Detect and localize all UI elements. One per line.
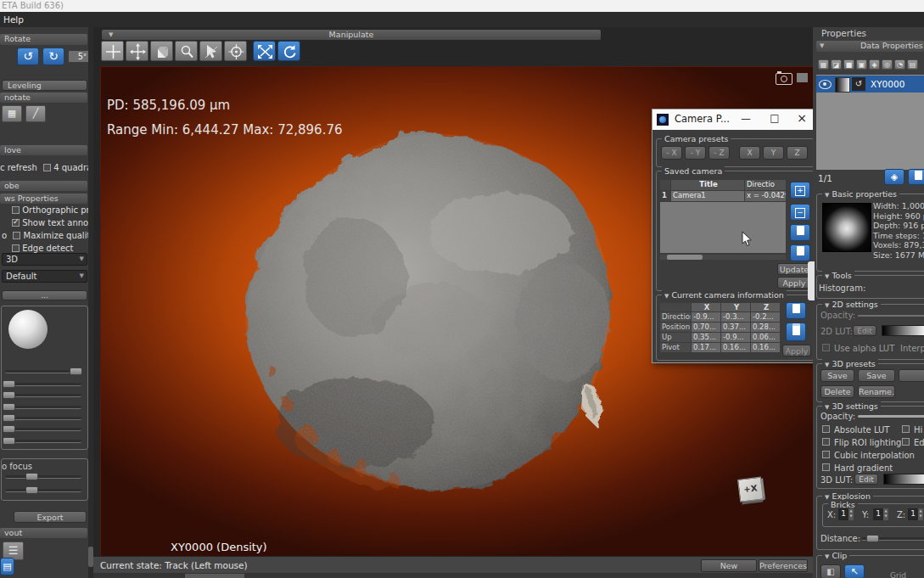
collapse-triangle-icon[interactable]: ▼ <box>825 404 829 411</box>
maximize-quality-checkbox[interactable] <box>13 232 20 239</box>
edit-icon[interactable]: ◪ <box>831 59 842 70</box>
import-cameras-button[interactable] <box>790 244 810 261</box>
preset-minus-z-button[interactable]: - Z <box>708 146 730 160</box>
probe-section-header[interactable]: obe <box>0 181 87 191</box>
maximize-viewport-icon[interactable] <box>797 73 808 82</box>
diamond-icon[interactable]: ◈ <box>869 59 880 70</box>
edge-detect-checkbox[interactable] <box>12 244 20 252</box>
focus-slider-track[interactable] <box>5 489 81 492</box>
bricks-z-stepper[interactable]: ▲▼ <box>918 508 923 520</box>
horizontal-scrollbar[interactable] <box>660 255 786 260</box>
delete-preset-button[interactable]: Delete <box>820 385 854 398</box>
clip-reset-button[interactable]: ↖ <box>844 564 865 578</box>
bricks-y-stepper[interactable]: ▲▼ <box>883 508 888 520</box>
taskbar-fragment[interactable] <box>185 574 244 578</box>
rename-preset-button[interactable]: Rename.. <box>858 385 895 398</box>
slider-track[interactable] <box>5 394 81 397</box>
minimize-button[interactable]: — <box>737 113 754 125</box>
collapse-triangle-icon[interactable]: ▼ <box>825 362 829 368</box>
clock-icon[interactable]: ◔ <box>894 59 905 70</box>
lut-3d-gradient[interactable] <box>883 474 924 485</box>
save-as-preset-button[interactable]: Save As.. <box>858 369 895 382</box>
leveling-button[interactable]: Leveling <box>2 80 87 91</box>
view-mode-dropdown[interactable]: ▼3D <box>2 253 87 266</box>
select-tool-button[interactable] <box>199 41 222 61</box>
rotate-section-header[interactable]: Rotate <box>0 34 87 45</box>
show-3d-button[interactable]: ◈ <box>884 169 904 185</box>
more-options-button[interactable]: ... <box>2 290 87 300</box>
focus-slider-track[interactable] <box>5 475 81 479</box>
remove-camera-button[interactable]: − <box>790 204 810 221</box>
opacity-3d-slider[interactable] <box>858 415 924 418</box>
apply-camera-button[interactable]: Apply <box>777 277 811 289</box>
maximize-button[interactable]: □ <box>766 112 783 124</box>
show-text-checkbox[interactable] <box>12 219 20 227</box>
visibility-eye-icon[interactable] <box>819 80 832 89</box>
preset-extra-button[interactable] <box>899 369 924 382</box>
focus-slider-handle[interactable] <box>25 486 38 494</box>
opacity-2d-slider[interactable] <box>858 315 924 317</box>
menu-help[interactable]: Help <box>0 14 24 25</box>
column-header-title[interactable]: Title <box>671 180 744 190</box>
circle-icon[interactable]: ◎ <box>882 59 893 70</box>
slider-track[interactable] <box>5 440 81 443</box>
cubic-interp-checkbox[interactable] <box>822 451 830 458</box>
collapse-triangle-icon[interactable]: ▼ <box>825 273 829 280</box>
square-icon[interactable]: ■ <box>843 59 854 70</box>
light-slider-handle[interactable] <box>70 368 82 375</box>
measure-tool-button[interactable]: ╱ <box>25 105 46 122</box>
saved-camera-row-title[interactable]: Camera1 <box>671 191 744 201</box>
apply-info-button[interactable]: Apply <box>782 345 811 356</box>
lighting-sphere-preview[interactable] <box>8 310 48 349</box>
zoom-tool-button[interactable] <box>175 41 198 61</box>
saved-camera-list[interactable] <box>660 202 786 253</box>
reset-rotation-button[interactable] <box>277 41 300 61</box>
data-properties-header[interactable]: ▼Data Properties and S <box>816 41 924 52</box>
collapse-triangle-icon[interactable]: ▼ <box>825 302 829 309</box>
left-panel-scrollbar[interactable] <box>88 27 93 578</box>
grid-view-icon[interactable]: ▦ <box>818 59 829 70</box>
slider-handle[interactable] <box>3 380 15 388</box>
slider-track[interactable] <box>5 406 81 409</box>
slider-track[interactable] <box>5 428 81 431</box>
preferences-button[interactable]: Preferences <box>759 559 808 572</box>
bricks-x-stepper[interactable]: ▲▼ <box>848 508 854 520</box>
collapse-triangle-icon[interactable]: ▼ <box>825 553 829 560</box>
annotate-tool-button[interactable]: ▦ <box>2 105 22 122</box>
slider-handle[interactable] <box>3 437 15 445</box>
save-preset-button[interactable]: Save <box>820 369 854 382</box>
fit-view-button[interactable] <box>253 41 276 61</box>
annotate-section-header[interactable]: notate <box>0 93 87 103</box>
hi-checkbox[interactable] <box>902 425 910 433</box>
scrollbar-thumb[interactable] <box>667 255 703 260</box>
panel-collapse-handle[interactable] <box>808 261 815 300</box>
rotate-angle-input[interactable]: 5° <box>68 50 90 63</box>
focus-slider-handle[interactable] <box>25 473 38 480</box>
dataset-list[interactable]: ↺ XY0000 <box>816 75 924 170</box>
target-tool-button[interactable] <box>224 41 247 61</box>
lut-2d-gradient[interactable] <box>882 325 924 336</box>
preset-minus-x-button[interactable]: - X <box>661 146 682 160</box>
move-section-header[interactable]: love <box>0 145 87 155</box>
edit-2d-lut-button[interactable]: Edit <box>853 325 876 336</box>
add-camera-button[interactable]: + <box>790 182 810 199</box>
collapse-triangle-icon[interactable]: ▼ <box>664 293 669 300</box>
hard-gradient-checkbox[interactable] <box>822 463 830 471</box>
ed-checkbox[interactable] <box>902 438 910 446</box>
move-tool-button[interactable] <box>126 41 148 61</box>
quadrants-checkbox[interactable] <box>43 164 51 171</box>
slider-track[interactable] <box>5 383 81 386</box>
layout-section-header[interactable]: vout <box>0 528 87 538</box>
new-session-button[interactable]: New Session... <box>701 559 757 572</box>
dataset-row-selected[interactable]: ↺ XY0000 <box>816 76 924 93</box>
edit-3d-lut-button[interactable]: Edit <box>854 474 878 485</box>
absolute-lut-checkbox[interactable] <box>822 425 830 433</box>
clip-plane-button[interactable]: ◧ <box>820 564 841 578</box>
preset-y-button[interactable]: Y <box>763 146 784 160</box>
export-screenshot-button[interactable]: Export Screenshot... <box>14 511 87 523</box>
dialog-titlebar[interactable]: Camera P... — □ × <box>652 109 817 130</box>
update-camera-button[interactable]: Update <box>777 263 811 275</box>
column-header-direction[interactable]: Directio <box>745 180 786 190</box>
screenshot-camera-icon[interactable] <box>776 73 792 85</box>
paste-camera-info-button[interactable] <box>786 323 806 341</box>
